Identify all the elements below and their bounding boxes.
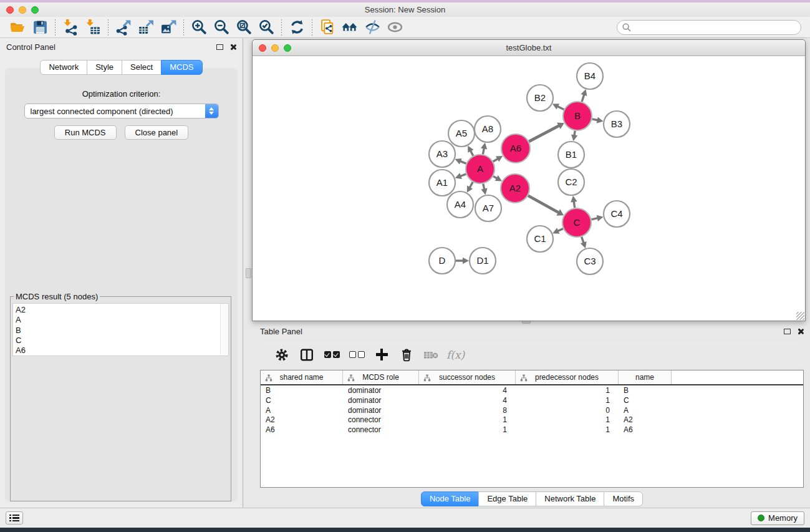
search-box[interactable] — [617, 20, 801, 35]
column-header-mcds-role[interactable]: MCDS role — [343, 370, 419, 384]
table-cell[interactable]: C — [619, 396, 672, 405]
table-cell[interactable]: connector — [343, 425, 419, 434]
table-cell[interactable]: 1 — [516, 396, 619, 405]
tab-network-table[interactable]: Network Table — [536, 491, 604, 506]
zoom-out-button[interactable] — [210, 18, 233, 37]
search-input[interactable] — [632, 22, 801, 32]
main-titlebar[interactable]: Session: New Session — [0, 2, 810, 17]
open-session-button[interactable] — [6, 18, 29, 37]
network-graph[interactable]: B4B2BB3A8A5A6A3B1AC2A1A2A4A7C4CC1C3DD1 — [253, 56, 805, 321]
graph-edge-C-C2[interactable] — [574, 201, 574, 208]
export-image-button[interactable] — [157, 18, 180, 37]
graph-edge-C-C1[interactable] — [557, 229, 563, 231]
import-network-button[interactable] — [59, 18, 82, 37]
task-history-button[interactable] — [6, 511, 23, 525]
table-row[interactable]: A2connector11A2 — [261, 415, 803, 425]
select-all-button[interactable] — [319, 344, 344, 366]
mcds-result-item[interactable]: A6 — [16, 346, 219, 355]
table-cell[interactable]: dominator — [343, 386, 419, 395]
float-panel-icon[interactable] — [216, 44, 223, 50]
tab-node-table[interactable]: Node Table — [421, 491, 480, 506]
graph-edge-C-C3[interactable] — [582, 237, 584, 243]
tab-motifs[interactable]: Motifs — [604, 491, 643, 506]
delete-table-button[interactable] — [419, 344, 444, 366]
mcds-result-item[interactable]: C — [16, 336, 219, 346]
export-network-button[interactable] — [112, 18, 135, 37]
table-cell[interactable]: 4 — [419, 386, 516, 395]
export-table-button[interactable] — [135, 18, 157, 37]
hide-details-button[interactable] — [361, 18, 383, 37]
criterion-dropdown[interactable]: largest connected component (directed) — [24, 104, 219, 118]
table-cell[interactable]: B — [619, 386, 672, 395]
column-header-successor-nodes[interactable]: successor nodes — [419, 370, 516, 384]
graph-edge-A-A5[interactable] — [470, 150, 473, 155]
zoom-fit-button[interactable] — [233, 18, 255, 37]
show-details-button[interactable] — [383, 18, 406, 37]
table-row[interactable]: Adominator80A — [261, 405, 803, 415]
deselect-all-button[interactable] — [344, 344, 369, 366]
table-cell[interactable]: dominator — [343, 396, 419, 405]
save-session-button[interactable] — [29, 18, 51, 37]
network-canvas[interactable]: B4B2BB3A8A5A6A3B1AC2A1A2A4A7C4CC1C3DD1 — [253, 56, 805, 321]
memory-button[interactable]: Memory — [751, 511, 804, 525]
mcds-result-item[interactable]: A2 — [16, 305, 219, 315]
result-scrollbar[interactable] — [220, 304, 228, 355]
import-table-button[interactable] — [82, 18, 104, 37]
graph-edge-B-B2[interactable] — [557, 106, 564, 109]
table-cell[interactable]: C — [261, 396, 343, 405]
table-cell[interactable]: 8 — [419, 406, 516, 415]
graph-edge-A6-B[interactable] — [529, 125, 559, 141]
graph-edge-A-A4[interactable] — [470, 182, 473, 188]
graph-edge-A-A6[interactable] — [493, 159, 498, 162]
close-panel-button[interactable]: Close panel — [125, 125, 189, 140]
tab-style[interactable]: Style — [87, 60, 122, 75]
table-cell[interactable]: connector — [343, 415, 419, 424]
divider-grip[interactable] — [246, 268, 251, 278]
table-cell[interactable]: A6 — [261, 425, 343, 434]
refresh-button[interactable] — [286, 18, 308, 37]
table-cell[interactable]: 1 — [516, 425, 619, 434]
graph-edge-A-A7[interactable] — [483, 184, 485, 190]
table-cell[interactable]: 1 — [516, 386, 619, 395]
table-row[interactable]: Cdominator41C — [261, 395, 803, 405]
delete-column-button[interactable] — [394, 344, 419, 366]
float-panel-icon[interactable] — [784, 329, 791, 334]
resize-grip-icon[interactable] — [796, 312, 804, 320]
table-cell[interactable]: A2 — [261, 415, 343, 424]
table-cell[interactable]: A — [619, 406, 672, 415]
close-panel-icon[interactable] — [797, 328, 804, 335]
graph-edge-A-A8[interactable] — [483, 148, 484, 154]
function-builder-button[interactable]: f(x) — [446, 349, 465, 361]
zoom-in-button[interactable] — [188, 18, 210, 37]
graph-edge-A-A1[interactable] — [460, 174, 466, 176]
column-header-predecessor-nodes[interactable]: predecessor nodes — [516, 370, 619, 384]
network-view-window[interactable]: testGlobe.txt B4B2BB3A8A5A6A3B1AC2A1A2A4… — [252, 39, 806, 321]
clone-network-button[interactable] — [316, 18, 339, 37]
run-mcds-button[interactable]: Run MCDS — [54, 125, 117, 140]
close-panel-icon[interactable] — [229, 44, 236, 51]
tab-edge-table[interactable]: Edge Table — [478, 491, 536, 506]
table-cell[interactable]: 4 — [419, 396, 516, 405]
table-cell[interactable]: dominator — [343, 406, 419, 415]
table-cell[interactable]: B — [261, 386, 343, 395]
show-columns-button[interactable] — [294, 344, 319, 366]
table-cell[interactable]: A6 — [619, 425, 672, 434]
table-cell[interactable]: 1 — [516, 415, 619, 424]
tab-network[interactable]: Network — [40, 60, 87, 75]
tab-mcds[interactable]: MCDS — [161, 60, 202, 75]
table-row[interactable]: Bdominator41B — [261, 385, 803, 395]
graph-edge-A2-C[interactable] — [528, 196, 559, 213]
table-row[interactable]: A6connector11A6 — [261, 425, 803, 435]
mcds-result-item[interactable]: B — [16, 326, 219, 336]
tab-select[interactable]: Select — [122, 60, 162, 75]
table-cell[interactable]: A2 — [619, 415, 672, 424]
graph-edge-B-B4[interactable] — [582, 95, 584, 102]
mcds-result-item[interactable]: A — [16, 315, 219, 325]
mcds-result-list[interactable]: A2ABCA6 — [12, 303, 229, 356]
node-table[interactable]: shared nameMCDS rolesuccessor nodesprede… — [260, 370, 804, 488]
graph-edge-C-C4[interactable] — [591, 218, 597, 220]
network-window-titlebar[interactable]: testGlobe.txt — [253, 40, 805, 56]
column-header-shared-name[interactable]: shared name — [261, 370, 343, 384]
graph-edge-B-B1[interactable] — [574, 131, 575, 136]
table-options-button[interactable] — [269, 344, 294, 366]
